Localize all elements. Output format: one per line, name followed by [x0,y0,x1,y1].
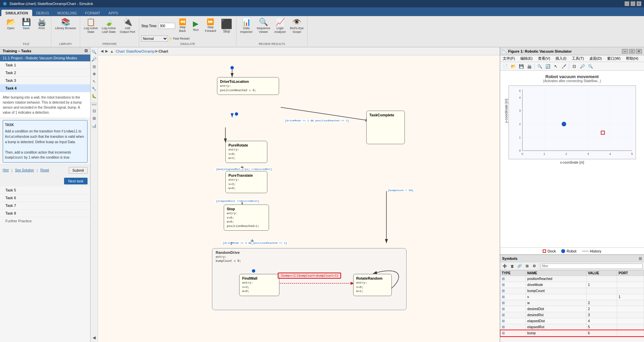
fig-open-btn[interactable]: 📂 [509,63,517,70]
collapse-left-icon[interactable]: ◀ [91,334,98,341]
fig-close-btn[interactable]: ✕ [636,49,642,54]
fig-maximize-btn[interactable]: □ [629,49,635,54]
sequence-viewer-button[interactable]: 🔍 SequenceViewer [255,17,272,35]
log-active-state-button[interactable]: 📋 Log ActiveState [82,17,100,35]
sym-row-0[interactable]: ⊞ positionReached [500,276,644,282]
sym-row-5[interactable]: ⊞ desiredDist 2 [500,306,644,312]
task-item-2[interactable]: Task 2 [0,69,90,77]
fig-menu-window[interactable]: 窗口(W) [606,56,622,61]
birds-eye-button[interactable]: 👁️ Bird's-EyeScope [288,17,306,35]
tab-modeling[interactable]: MODELING [53,10,81,16]
table-icon[interactable]: ⊠ [91,115,98,122]
sim-mode-select[interactable]: Normal [141,36,168,42]
stop-button[interactable]: ⬛ Stop [219,17,234,34]
log-active-leaf-button[interactable]: 🍃 Log ActiveLeaf State [100,17,118,35]
sym-delete-btn[interactable]: 🗑 [509,263,516,270]
fig-menu-edit[interactable]: 编辑(E) [519,56,534,61]
open-button[interactable]: 📂 Open [3,17,18,31]
fig-menu-file[interactable]: 文件(F) [501,56,516,61]
chart-icon[interactable]: 📊 [91,122,98,129]
sym-row-2[interactable]: ⊞ bumpCount [500,288,644,294]
minimize-btn[interactable]: ─ [625,1,629,6]
state-find-wall[interactable]: FindWall entry:v=3;w=0; [239,274,279,296]
maximize-btn[interactable]: □ [631,1,635,6]
sym-row-7[interactable]: ⊞ elapsedDist 4 [500,318,644,324]
fig-reset-view-btn[interactable]: ⊡ [571,63,578,70]
sym-settings-btn[interactable]: ⚙ [531,263,538,270]
task-item-1[interactable]: Task 1 [0,61,90,69]
debug-icon[interactable]: 🐛 [91,93,98,100]
fig-cursor-btn[interactable]: ↖ [552,63,559,70]
zoom-out-icon[interactable]: 🔎 [91,56,98,63]
sym-filter-btn[interactable]: ⊞ [524,263,530,270]
fig-print-btn[interactable]: 🖨️ [526,63,533,70]
sidebar-collapse-icon[interactable]: ⊡ [85,49,88,53]
symbols-filter-input[interactable] [541,264,643,269]
fig-brush-btn[interactable]: 🖌️ [560,63,568,70]
sym-row-4[interactable]: ⊞ w 2 [500,300,644,306]
run-button[interactable]: ▶ Run [190,19,202,33]
save-button[interactable]: 💾 Save [19,17,34,31]
print-button[interactable]: 🖨️ Print [34,17,49,31]
logic-analyzer-button[interactable]: 📈 LogicAnalyzer [273,17,288,35]
task-item-3[interactable]: Task 3 [0,77,90,84]
fig-rotate-btn[interactable]: 🔄 [544,63,551,70]
symbols-close-btn[interactable]: ⊠ [639,256,642,261]
sym-add-btn[interactable]: ➕ [501,263,508,270]
fig-minimize-btn[interactable]: ─ [622,49,628,54]
fig-save-btn[interactable]: 💾 [518,63,525,70]
zoom-in-icon[interactable]: 🔍 [91,49,98,55]
task-item-4[interactable]: Task 4 [0,84,90,92]
fig-new-btn[interactable]: 📄 [501,63,509,70]
sym-row-6[interactable]: ⊞ desiredRot 3 [500,312,644,318]
hint-link[interactable]: Hint [3,168,9,172]
state-stop[interactable]: Stop entry:v=0;w=0;positionReached=1; [224,205,269,231]
nav-back-btn[interactable]: ◀ [100,49,104,53]
fig-menu-desktop[interactable]: 桌面(D) [588,56,603,61]
task-item-8[interactable]: Task 8 [0,210,90,217]
fig-zoom-in-plot-btn[interactable]: 🔎 [579,63,586,70]
stop-time-input[interactable] [158,23,175,29]
nav-up-btn[interactable]: ▲ [109,49,114,53]
tab-debug[interactable]: DEBUG [32,10,53,16]
add-output-port-button[interactable]: 🔌 AddOutput Port [118,17,137,35]
fig-menu-help[interactable]: 帮助(H) [625,56,640,61]
fit-view-icon[interactable]: ⊞ [91,63,98,70]
reset-link[interactable]: Reset [40,168,49,172]
sym-row-9[interactable]: ⊞ bump 6 [500,330,644,336]
task-item-7[interactable]: Task 7 [0,202,90,210]
pan-icon[interactable]: ✥ [91,71,98,77]
state-task-complete[interactable]: TaskComplete [366,111,405,144]
sf-canvas[interactable]: DriveToLocation entry:positionReached = … [98,55,500,342]
state-rotate-random[interactable]: RotateRandom entry:v=0;w=1; [353,274,392,296]
tab-simulation[interactable]: SIMULATION [1,10,32,16]
step-back-button[interactable]: ⏪ StepBack [176,18,189,34]
superstate-random-drive[interactable]: RandomDrive entry:bumpCount = 0; FindWal… [212,248,407,310]
sym-row-8[interactable]: ⊞ elapsedRot 5 [500,324,644,330]
task-item-5[interactable]: Task 5 [0,186,90,194]
data-inspector-button[interactable]: 📊 DataInspector [238,17,254,35]
library-icon2[interactable]: 📖 [91,100,98,107]
fig-menu-tools[interactable]: 工具(T) [571,56,585,61]
next-task-button[interactable]: Next task [64,178,88,184]
submit-button[interactable]: Submit [69,167,88,174]
see-solution-link[interactable]: See Solution [15,168,34,172]
task-item-6[interactable]: Task 6 [0,194,90,202]
state-pure-translate[interactable]: PureTranslate entry:v=3;w=0; [225,171,267,193]
breadcrumb-root[interactable]: StateflowOnramp [126,49,155,53]
fig-zoom-pan-btn[interactable]: 🔍 [536,63,543,70]
properties-icon[interactable]: 🔧 [91,86,98,92]
fig-menu-view[interactable]: 查看(V) [537,56,552,61]
tab-format[interactable]: FORMAT [81,10,104,16]
sym-row-3[interactable]: ⊞ v 1 [500,294,644,300]
grid-icon[interactable]: ⊟ [91,108,98,114]
tab-apps[interactable]: APPS [104,10,122,16]
nav-forward-btn[interactable]: ▶ [105,49,109,53]
breadcrumb-current[interactable]: Chart [159,49,168,53]
step-forward-button[interactable]: ⏩ StepForward [203,18,218,34]
further-practice[interactable]: Further Practice [0,217,90,225]
sym-row-1[interactable]: ⊞ driveMode 1 [500,282,644,288]
fig-menu-insert[interactable]: 插入(I) [554,56,568,61]
state-drive-to-location[interactable]: DriveToLocation entry:positionReached = … [217,77,279,95]
close-btn[interactable]: ✕ [637,1,641,6]
